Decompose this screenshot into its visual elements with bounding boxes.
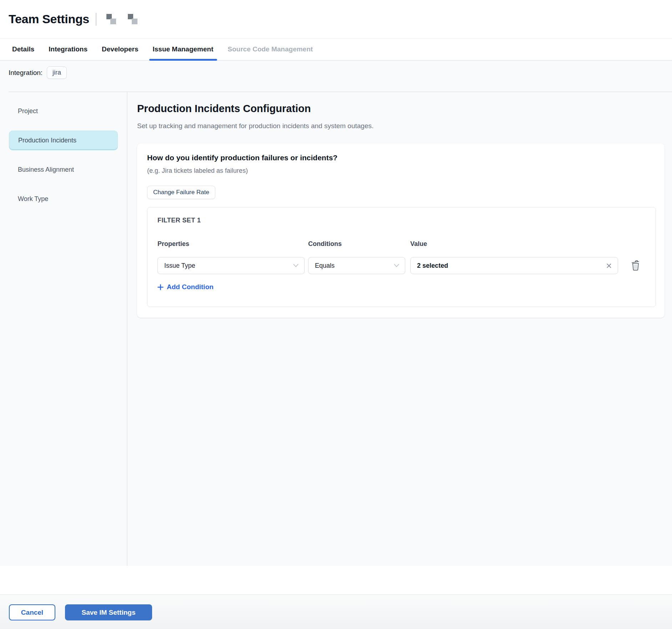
delete-filter-button[interactable] <box>630 260 641 271</box>
chevron-down-icon <box>293 264 304 267</box>
column-header-value: Value <box>410 240 427 248</box>
integration-label: Integration: <box>9 69 42 77</box>
team-avatar-icon <box>128 13 139 25</box>
properties-select-value: Issue Type <box>158 262 293 270</box>
column-header-properties: Properties <box>157 240 189 248</box>
sidebar-item-production-incidents[interactable]: Production Incidents <box>9 131 118 150</box>
avatar-pixel-light <box>110 19 116 24</box>
title-separator <box>96 13 96 26</box>
page-title: Team Settings <box>9 12 89 26</box>
plus-icon <box>157 284 164 290</box>
properties-select[interactable]: Issue Type <box>157 257 305 274</box>
app-header: Team Settings <box>0 0 672 39</box>
integration-row: Integration: jira <box>9 66 67 79</box>
tab-developers[interactable]: Developers <box>98 39 142 60</box>
clear-selection-icon[interactable] <box>606 263 618 269</box>
change-failure-rate-button[interactable]: Change Failure Rate <box>147 186 215 199</box>
footer-bar: Cancel Save IM Settings <box>0 594 672 629</box>
team-avatar-icon <box>106 13 118 25</box>
tab-issue-management[interactable]: Issue Management <box>149 39 217 60</box>
sidebar-item-project[interactable]: Project <box>9 101 118 121</box>
add-condition-button[interactable]: Add Condition <box>157 283 214 291</box>
incidents-config-card: How do you identify production failures … <box>137 144 665 318</box>
conditions-select-value: Equals <box>309 262 394 270</box>
chevron-down-icon <box>394 264 405 267</box>
avatar-pixel-light <box>132 19 137 24</box>
question-hint: (e.g. Jira tickets labeled as failures) <box>147 167 248 175</box>
filter-set-box: FILTER SET 1 Properties Conditions Value… <box>147 207 656 307</box>
integration-value-badge[interactable]: jira <box>47 66 67 79</box>
save-im-settings-button[interactable]: Save IM Settings <box>65 604 152 620</box>
lower-white-band <box>0 566 672 594</box>
section-subtitle: Set up tracking and management for produ… <box>137 122 373 130</box>
tab-source-code-management[interactable]: Source Code Management <box>224 39 317 60</box>
cancel-button[interactable]: Cancel <box>9 604 55 620</box>
sidebar-divider <box>127 92 127 566</box>
sidebar-item-work-type[interactable]: Work Type <box>9 189 118 209</box>
section-title: Production Incidents Configuration <box>137 103 311 115</box>
add-condition-label: Add Condition <box>167 283 214 291</box>
question-heading: How do you identify production failures … <box>147 154 337 162</box>
tab-bar: Details Integrations Developers Issue Ma… <box>0 39 672 61</box>
value-multiselect[interactable] <box>410 257 618 274</box>
content-top-border <box>9 91 672 92</box>
column-header-conditions: Conditions <box>308 240 342 248</box>
value-input[interactable] <box>411 262 606 270</box>
sidebar-item-business-alignment[interactable]: Business Alignment <box>9 160 118 180</box>
trash-icon <box>630 260 641 271</box>
tab-integrations[interactable]: Integrations <box>45 39 91 60</box>
conditions-select[interactable]: Equals <box>308 257 405 274</box>
filter-set-title: FILTER SET 1 <box>157 217 201 224</box>
tab-details[interactable]: Details <box>9 39 38 60</box>
team-settings-page: Team Settings Details Integrations Devel… <box>0 0 672 629</box>
